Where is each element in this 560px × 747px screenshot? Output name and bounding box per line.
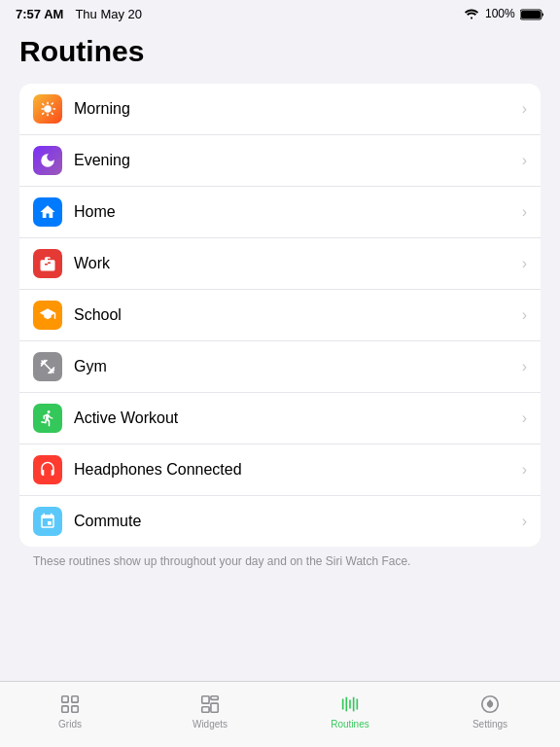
settings-tab-icon <box>478 693 502 716</box>
routine-evening-label: Evening <box>74 152 522 169</box>
evening-chevron: › <box>522 152 527 169</box>
routine-gym-label: Gym <box>74 358 522 375</box>
work-icon <box>33 249 62 278</box>
work-chevron: › <box>522 255 527 272</box>
tab-bar: Grids Widgets Routines <box>0 681 560 747</box>
tab-grids-label: Grids <box>58 719 82 729</box>
tab-widgets[interactable]: Widgets <box>181 693 239 729</box>
status-icons: 100% <box>464 7 544 20</box>
routine-commute-label: Commute <box>74 513 522 530</box>
routine-school-label: School <box>74 306 522 324</box>
status-date: Thu May 20 <box>75 7 142 21</box>
svg-rect-7 <box>211 695 218 699</box>
svg-rect-9 <box>202 706 209 712</box>
routine-gym[interactable]: Gym › <box>19 341 541 393</box>
routine-school[interactable]: School › <box>19 290 541 341</box>
active-workout-icon <box>33 404 62 433</box>
svg-rect-2 <box>62 695 68 701</box>
page-title: Routines <box>16 35 544 68</box>
tab-routines-label: Routines <box>331 719 368 729</box>
tab-settings[interactable]: Settings <box>461 693 519 729</box>
routine-work[interactable]: Work › <box>19 238 541 290</box>
gym-icon <box>33 352 62 381</box>
routines-footnote: These routines show up throughout your d… <box>16 547 544 568</box>
school-chevron: › <box>522 306 527 324</box>
routine-active-workout[interactable]: Active Workout › <box>19 393 541 445</box>
routine-headphones-label: Headphones Connected <box>74 461 522 479</box>
home-chevron: › <box>522 203 527 221</box>
grids-icon <box>58 693 82 716</box>
svg-rect-6 <box>202 695 209 702</box>
school-icon <box>33 301 62 330</box>
gym-chevron: › <box>522 358 527 375</box>
tab-settings-label: Settings <box>472 719 508 729</box>
evening-icon <box>33 146 62 175</box>
battery-text: 100% <box>485 7 544 20</box>
status-bar: 7:57 AM Thu May 20 100% <box>0 0 560 27</box>
routine-morning-label: Morning <box>74 100 522 118</box>
wifi-icon <box>464 8 479 19</box>
routine-work-label: Work <box>74 255 522 272</box>
routine-active-workout-label: Active Workout <box>74 409 522 427</box>
svg-rect-4 <box>62 705 68 711</box>
commute-icon <box>33 507 62 536</box>
morning-chevron: › <box>522 100 527 118</box>
routine-morning[interactable]: Morning › <box>19 84 541 135</box>
active-workout-chevron: › <box>522 409 527 427</box>
svg-rect-1 <box>521 11 541 18</box>
svg-rect-8 <box>211 703 218 712</box>
routine-headphones[interactable]: Headphones Connected › <box>19 445 541 496</box>
routines-tab-icon <box>338 693 362 716</box>
widgets-icon <box>198 693 222 716</box>
tab-grids[interactable]: Grids <box>41 693 99 729</box>
tab-routines[interactable]: Routines <box>321 693 379 729</box>
routine-evening[interactable]: Evening › <box>19 135 541 187</box>
headphones-icon <box>33 455 62 484</box>
headphones-chevron: › <box>522 461 527 479</box>
svg-rect-3 <box>72 695 78 701</box>
status-time: 7:57 AM <box>16 7 63 21</box>
routine-home[interactable]: Home › <box>19 187 541 238</box>
morning-icon <box>33 94 62 124</box>
home-icon <box>33 197 62 227</box>
svg-rect-5 <box>72 705 78 711</box>
routine-home-label: Home <box>74 203 522 221</box>
routines-list: Morning › Evening › Home › Work › <box>19 84 541 547</box>
commute-chevron: › <box>522 513 527 530</box>
main-content: Routines Morning › Evening › Home › <box>0 27 560 568</box>
routine-commute[interactable]: Commute › <box>19 496 541 547</box>
tab-widgets-label: Widgets <box>192 719 228 729</box>
